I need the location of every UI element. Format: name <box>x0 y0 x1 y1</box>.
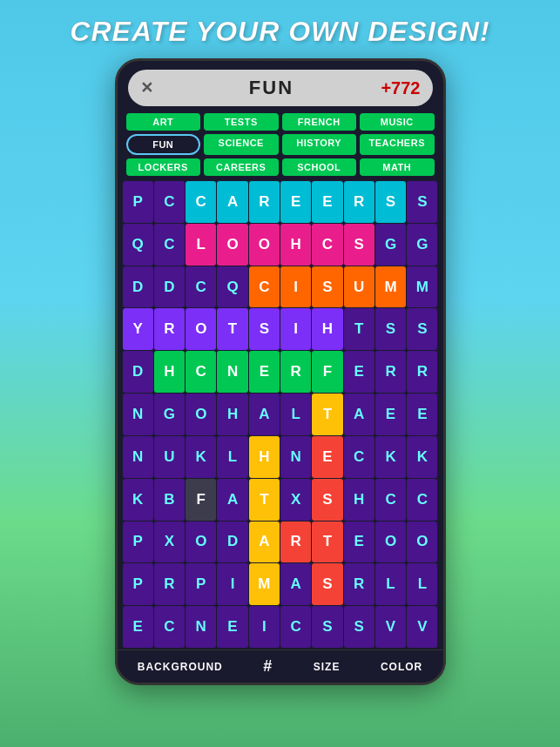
cell-0-0: P <box>123 181 153 223</box>
tag-science[interactable]: SCIENCE <box>204 134 279 155</box>
cell-2-8: M <box>375 266 406 308</box>
cell-1-3: O <box>217 224 247 266</box>
cell-4-8: R <box>375 351 406 393</box>
cell-10-6: S <box>312 606 342 648</box>
cell-10-5: C <box>280 606 311 648</box>
cell-0-5: E <box>280 181 311 223</box>
cell-0-1: C <box>154 181 185 223</box>
cell-2-2: C <box>186 266 216 308</box>
cell-9-0: P <box>123 563 153 605</box>
cell-8-4: A <box>249 522 280 563</box>
cell-7-6: S <box>312 479 342 521</box>
tag-fun[interactable]: FUN <box>126 134 201 155</box>
cell-3-2: O <box>186 308 216 350</box>
cell-7-9: C <box>407 479 437 521</box>
cell-5-5: L <box>280 394 311 435</box>
cell-2-5: I <box>280 266 311 308</box>
cell-0-2: C <box>186 181 216 223</box>
toolbar-size[interactable]: SIZE <box>314 661 341 673</box>
cell-1-1: C <box>154 224 185 266</box>
cell-4-6: F <box>312 351 342 393</box>
cell-4-9: R <box>407 351 437 393</box>
cell-7-0: K <box>123 479 153 521</box>
close-button[interactable]: ✕ <box>140 78 153 98</box>
cell-9-2: P <box>186 563 216 605</box>
toolbar-color[interactable]: COLOR <box>381 661 422 673</box>
cell-5-9: E <box>407 394 437 435</box>
cell-0-6: E <box>312 181 342 223</box>
cell-7-3: A <box>217 479 247 521</box>
cell-5-2: O <box>186 394 216 435</box>
headline: CREATE YOUR OWN DESIGN! <box>61 0 498 58</box>
cell-7-5: X <box>280 479 311 521</box>
tag-music[interactable]: MUSIC <box>360 113 435 131</box>
cell-6-8: K <box>375 436 406 478</box>
cell-8-8: O <box>375 522 406 563</box>
cell-5-6: T <box>312 394 342 435</box>
toolbar-background[interactable]: BACKGROUND <box>138 661 223 673</box>
cell-2-7: U <box>344 266 374 308</box>
tag-history[interactable]: HISTORY <box>282 134 357 155</box>
cell-8-6: T <box>312 522 342 563</box>
cell-5-3: H <box>217 394 247 435</box>
cell-5-1: G <box>154 394 185 435</box>
cell-3-5: I <box>280 308 311 350</box>
cell-5-7: A <box>344 394 374 435</box>
cell-3-7: T <box>344 308 374 350</box>
cell-9-8: L <box>375 563 406 605</box>
cell-2-6: S <box>312 266 342 308</box>
cell-10-0: E <box>123 606 153 648</box>
cell-6-5: N <box>280 436 311 478</box>
cell-9-1: R <box>154 563 185 605</box>
cell-9-6: S <box>312 563 342 605</box>
cell-5-0: N <box>123 394 153 435</box>
cell-7-8: C <box>375 479 406 521</box>
cell-8-5: R <box>280 522 311 563</box>
cell-5-8: E <box>375 394 406 435</box>
cell-3-4: S <box>249 308 280 350</box>
cell-0-8: S <box>375 181 406 223</box>
cell-6-2: K <box>186 436 216 478</box>
tag-careers[interactable]: CAREERS <box>204 158 279 176</box>
cell-4-2: C <box>186 351 216 393</box>
cell-4-4: E <box>249 351 280 393</box>
cell-0-7: R <box>344 181 374 223</box>
cell-6-6: E <box>312 436 342 478</box>
tag-teachers[interactable]: TEACHERS <box>360 134 435 155</box>
cell-4-0: D <box>123 351 153 393</box>
tag-art[interactable]: ART <box>126 113 201 131</box>
cell-7-4: T <box>249 479 280 521</box>
cell-3-3: T <box>217 308 247 350</box>
cell-3-6: H <box>312 308 342 350</box>
phone-frame: ✕ FUN +772 ART TESTS FRENCH MUSIC FUN SC… <box>115 58 446 685</box>
cell-4-5: R <box>280 351 311 393</box>
search-bar: ✕ FUN +772 <box>128 70 433 106</box>
cell-4-7: E <box>344 351 374 393</box>
cell-10-2: N <box>186 606 216 648</box>
search-word: FUN <box>162 77 381 99</box>
cell-4-3: N <box>217 351 247 393</box>
cell-1-8: G <box>375 224 406 266</box>
tag-french[interactable]: FRENCH <box>282 113 357 131</box>
cell-10-3: E <box>217 606 247 648</box>
cell-6-4: H <box>249 436 280 478</box>
score-display: +772 <box>381 78 420 98</box>
cell-9-4: M <box>249 563 280 605</box>
cell-8-1: X <box>154 522 185 563</box>
cell-10-9: V <box>407 606 437 648</box>
toolbar-hash-icon[interactable]: # <box>263 657 273 676</box>
tag-school[interactable]: SCHOOL <box>282 158 357 176</box>
cell-3-9: S <box>407 308 437 350</box>
cell-6-9: K <box>407 436 437 478</box>
cell-5-4: A <box>249 394 280 435</box>
cell-7-1: B <box>154 479 185 521</box>
tag-tests[interactable]: TESTS <box>204 113 279 131</box>
tag-math[interactable]: MATH <box>360 158 435 176</box>
cell-1-2: L <box>186 224 216 266</box>
cell-1-0: Q <box>123 224 153 266</box>
cell-2-9: M <box>407 266 437 308</box>
cell-6-1: U <box>154 436 185 478</box>
cell-2-4: C <box>249 266 280 308</box>
tag-lockers[interactable]: LOCKERS <box>126 158 201 176</box>
cell-9-9: L <box>407 563 437 605</box>
